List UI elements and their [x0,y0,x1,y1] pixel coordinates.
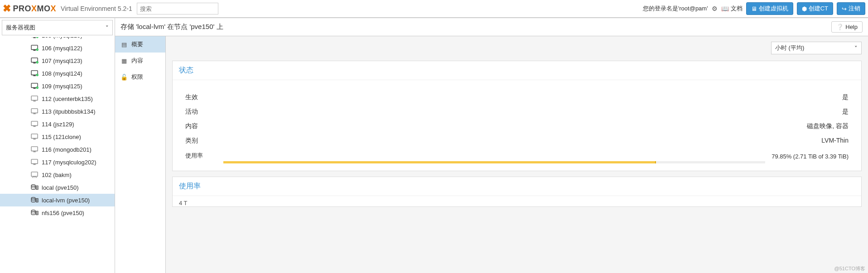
panel: 小时 (平均) ˅ 状态 生效是活动是内容磁盘映像, 容器类别LVM-Thin … [166,36,868,273]
vm-off-icon [30,134,40,140]
watermark: @51CTO博客 [834,265,865,272]
tree-item[interactable]: 102 (bakm) [0,168,115,181]
tree[interactable]: 105 (mysql110)106 (mysql122)107 (mysql12… [0,37,115,273]
logo-text-3: MO [37,4,51,14]
logout-button[interactable]: ↪ 注销 [837,2,865,15]
tree-item[interactable]: 115 (121clone) [0,130,115,143]
svg-rect-40 [36,211,38,215]
help-button[interactable]: ❔ Help [831,21,863,33]
svg-rect-26 [34,164,36,165]
tree-item-label: 116 (mongodb201) [42,146,92,153]
usage-chart-title: 使用率 [173,177,861,196]
tree-item[interactable]: 113 (itpubbbsbk134) [0,105,115,118]
unlock-icon: 🔓 [121,74,128,81]
logo-x-icon: ✖ [3,3,11,14]
tree-item-label: 117 (mysqlculog202) [42,159,96,166]
usage-label: 使用率 [185,152,217,163]
monitor-icon: 🖥 [751,5,757,12]
tree-item[interactable]: 117 (mysqlculog202) [0,156,115,168]
main: 服务器视图 ˅ 105 (mysql110)106 (mysql122)107 … [0,18,868,273]
tree-item-label: nfs156 (pve150) [42,210,84,216]
vm-off-icon [30,121,40,127]
create-vm-button[interactable]: 🖥 创建虚拟机 [746,2,793,15]
gear-icon[interactable]: ⚙ [712,5,718,12]
time-range-selector[interactable]: 小时 (平均) ˅ [771,42,862,54]
search-input[interactable] [137,3,218,14]
status-value: LVM-Thin [821,137,849,145]
logo-text-4: X [51,4,57,14]
tree-item[interactable]: 106 (mysql122) [0,42,115,54]
breadcrumb-bar: 存储 'local-lvm' 在节点 'pve150' 上 ❔ Help [115,18,868,36]
svg-rect-16 [34,101,36,101]
svg-rect-17 [31,109,38,113]
svg-rect-21 [31,134,38,139]
tree-item[interactable]: 108 (mysql124) [0,67,115,80]
tree-item[interactable]: local-lvm (pve150) [0,194,115,206]
tab-bar: ▤概要▦内容🔓权限 [115,36,166,273]
usage-chart-card: 使用率 4 T [172,177,862,207]
logo-text-2: X [31,4,37,14]
cube-icon: ⬢ [802,5,807,12]
tree-item-label: 109 (mysql125) [42,83,82,90]
vm-off-icon [30,146,40,153]
version-label: Virtual Environment 5.2-1 [61,5,132,12]
tree-item[interactable]: 105 (mysql110) [0,37,115,42]
usage-bar [223,161,765,163]
status-title: 状态 [173,61,861,80]
vm-off-icon [30,96,40,102]
tree-item-label: 114 (jsz129) [42,121,74,128]
tree-item-label: 102 (bakm) [42,172,72,178]
book-icon: 📖 [721,5,729,12]
tab-unlock[interactable]: 🔓权限 [115,69,165,85]
book-icon: ▤ [121,41,128,48]
tree-item-label: 106 (mysql122) [42,45,82,52]
tree-item-label: 107 (mysql123) [42,57,82,64]
tree-item[interactable]: 114 (jsz129) [0,118,115,130]
body: ▤概要▦内容🔓权限 小时 (平均) ˅ 状态 生效是活动是内容磁盘映像, 容器类… [115,36,868,273]
status-key: 活动 [185,108,198,116]
usage-row: 使用率 79.85% (2.71 TiB of 3.39 TiB) [185,148,849,163]
view-selector[interactable]: 服务器视图 ˅ [2,20,113,35]
tree-item-label: 112 (ucenterbk135) [42,96,93,102]
storage-icon [30,184,40,191]
tree-item[interactable]: 116 (mongodb201) [0,143,115,156]
status-value: 是 [842,93,849,101]
tab-grid[interactable]: ▦内容 [115,53,165,69]
chevron-down-icon: ˅ [106,24,109,31]
status-key: 生效 [185,93,198,101]
tree-item[interactable]: local (pve150) [0,181,115,194]
ct-off-icon [30,172,40,178]
vm-on-icon [30,37,40,38]
tab-book[interactable]: ▤概要 [115,36,165,53]
storage-icon [30,197,40,203]
vm-off-icon [30,108,40,115]
tree-item[interactable]: 112 (ucenterbk135) [0,92,115,105]
tab-label: 概要 [131,40,143,48]
svg-rect-25 [31,159,38,164]
svg-point-33 [31,197,35,199]
storage-icon [30,210,40,216]
create-ct-button[interactable]: ⬢ 创建CT [797,2,833,15]
tree-item[interactable]: 107 (mysql123) [0,54,115,67]
svg-point-38 [31,210,35,212]
svg-rect-18 [34,113,36,114]
tree-item-label: 108 (mysql124) [42,70,82,77]
help-icon: ❔ [836,24,844,30]
status-row: 生效是 [185,90,849,105]
tree-item-label: local (pve150) [42,184,79,191]
tree-item[interactable]: 109 (mysql125) [0,80,115,92]
tree-item-label: 105 (mysql110) [42,37,82,39]
content: 存储 'local-lvm' 在节点 'pve150' 上 ❔ Help ▤概要… [115,18,868,273]
status-key: 内容 [185,122,198,130]
svg-rect-10 [34,75,36,76]
docs-link[interactable]: 📖 文档 [721,5,743,13]
sidebar: 服务器视图 ˅ 105 (mysql110)106 (mysql122)107 … [0,18,115,273]
chart-y-tick: 4 T [173,196,861,206]
status-row: 活动是 [185,105,849,119]
svg-rect-23 [31,147,38,151]
svg-rect-24 [34,151,36,152]
tree-item-label: local-lvm (pve150) [42,197,90,204]
tree-item[interactable]: nfs156 (pve150) [0,206,115,219]
logout-icon: ↪ [842,5,847,12]
docs-label: 文档 [731,5,743,13]
